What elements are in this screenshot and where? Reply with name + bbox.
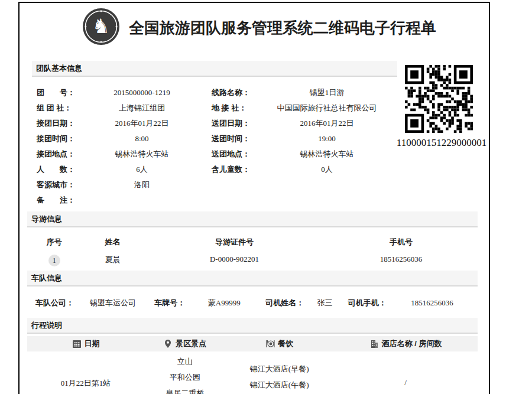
itinerary-section: 行程说明 日期 景区景点 餐饮	[27, 318, 478, 394]
field-label: 客源城市：	[37, 177, 79, 193]
meal-item: 锦江大酒店(午餐)	[225, 377, 333, 393]
svg-text:♞: ♞	[92, 14, 110, 38]
basic-info-row: 接团时间： 8:00 送团时间： 19:00	[32, 131, 397, 146]
field-label: 含儿童数：	[212, 162, 260, 177]
guide-name-cell: 夏晨	[81, 255, 144, 266]
field-label: 车队公司：	[35, 298, 74, 308]
fleet-info-section-title: 车队信息	[27, 271, 478, 286]
basic-info-row: 备 注：	[32, 193, 397, 208]
column-header: 姓名	[81, 237, 144, 248]
basic-info-row: 接团地点： 锡林浩特火车站 送团地点： 锡林浩特火车站	[32, 146, 397, 162]
basic-info-row: 客源城市： 洛阳	[32, 177, 397, 193]
page-title: 全国旅游团队服务管理系统二维码电子行程单	[129, 18, 436, 38]
field-value: 锡林浩特火车站	[79, 146, 205, 162]
guide-cert-cell: D-0000-902201	[144, 255, 325, 266]
field-value	[79, 193, 205, 208]
basic-info-row: 组 团 社： 上海锦江组团 地 接 社： 中国国际旅行社总社有限公司	[32, 100, 397, 116]
field-value: 洛阳	[79, 177, 205, 193]
field-label	[212, 177, 260, 193]
guide-info-section: 导游信息 序号 姓名 导游证件号 手机号 1 夏晨 D-0000-902201 …	[27, 211, 478, 266]
field-value: 蒙A99999	[185, 298, 263, 308]
basic-info-row: 接团日期： 2016年01月22日 送团日期： 2016年01月22日	[32, 116, 397, 131]
field-value: 8:00	[79, 131, 205, 146]
field-label: 组 团 社：	[37, 100, 79, 116]
field-value: 锡盟车运公司	[74, 298, 152, 308]
qr-code-icon	[405, 65, 473, 133]
spot-item: 皇居二重桥	[144, 385, 225, 394]
hotel-icon	[369, 339, 379, 349]
guide-table-header: 序号 姓名 导游证件号 手机号	[27, 237, 478, 248]
itinerary-table-header: 日期 景区景点 餐饮 酒店名称 / 房间数	[27, 336, 478, 351]
itinerary-hotel-cell: /	[333, 351, 478, 394]
field-label: 备 注：	[37, 193, 79, 208]
field-value: 19:00	[260, 131, 394, 146]
column-header-date: 日期	[27, 338, 144, 349]
column-header-spots: 景区景点	[144, 338, 225, 349]
column-header: 手机号	[325, 237, 478, 248]
field-value: 锡林浩特火车站	[260, 146, 394, 162]
field-value: 中国国际旅行社总社有限公司	[260, 100, 394, 116]
field-value	[260, 193, 394, 208]
guide-no-cell: 1	[27, 255, 81, 266]
basic-info-row: 团 号： 2015000000-1219 线路名称： 锡盟1日游	[32, 85, 397, 100]
guide-info-section-title: 导游信息	[27, 211, 478, 227]
itinerary-meals-cell: 锦江大酒店(早餐) 锦江大酒店(午餐)	[225, 351, 333, 394]
column-header-label: 日期	[85, 338, 100, 349]
basic-info-section: 团队基本信息 团 号： 2015000000-1219 线路名称： 锡盟1日游 …	[32, 61, 397, 208]
location-pin-icon	[163, 339, 173, 349]
fleet-info-section: 车队信息 车队公司： 锡盟车运公司 车牌号： 蒙A99999 司机姓名： 张三 …	[27, 271, 478, 308]
field-label: 接团日期：	[37, 116, 79, 131]
basic-info-row: 人 数： 6人 含儿童数： 0人	[32, 162, 397, 177]
sequence-badge: 1	[48, 255, 60, 266]
spot-item: 平和公园	[144, 369, 225, 385]
field-value: 2016年01月22日	[79, 116, 205, 131]
field-value	[260, 177, 394, 193]
field-label: 送团日期：	[212, 116, 260, 131]
fleet-info-row: 车队公司： 锡盟车运公司 车牌号： 蒙A99999 司机姓名： 张三 司机手机：…	[27, 298, 478, 308]
itinerary-section-title: 行程说明	[27, 318, 478, 334]
column-header-label: 景区景点	[176, 338, 206, 349]
itinerary-date-cell: 01月22日第1站	[27, 351, 144, 394]
field-value: 张三	[304, 298, 345, 308]
field-label: 车牌号：	[154, 298, 185, 308]
column-header: 序号	[27, 237, 81, 248]
field-label: 司机手机：	[348, 298, 387, 308]
field-label: 接团时间：	[37, 131, 79, 146]
column-header-meals: 餐饮	[225, 338, 333, 349]
column-header-label: 餐饮	[278, 338, 293, 349]
china-tourism-logo: ♞	[82, 8, 120, 45]
field-label: 线路名称：	[212, 85, 260, 100]
field-value: 6人	[79, 162, 205, 177]
basic-info-fields: 团 号： 2015000000-1219 线路名称： 锡盟1日游 组 团 社： …	[32, 85, 397, 208]
field-label	[212, 193, 260, 208]
dining-icon	[265, 339, 275, 349]
column-header: 导游证件号	[144, 237, 325, 248]
field-value: 18516256036	[387, 298, 478, 308]
field-value: 2016年01月22日	[260, 116, 394, 131]
field-label: 司机姓名：	[265, 298, 304, 308]
column-header-label: 酒店名称 / 房间数	[382, 338, 442, 349]
field-value: 上海锦江组团	[79, 100, 205, 116]
qr-code-number: 110000151229000001	[391, 137, 492, 149]
spot-item: 立山	[144, 353, 225, 369]
column-header-hotel: 酒店名称 / 房间数	[333, 338, 478, 349]
field-value: 2015000000-1219	[79, 85, 205, 100]
field-label: 团 号：	[37, 85, 79, 100]
meal-item: 锦江大酒店(早餐)	[225, 361, 333, 377]
calendar-icon	[72, 339, 82, 349]
itinerary-table-row: 01月22日第1站 立山 平和公园 皇居二重桥 锦江大酒店(早餐) 锦江大酒店(…	[27, 351, 478, 394]
field-label: 送团时间：	[212, 131, 260, 146]
field-label: 送团地点：	[212, 146, 260, 162]
itinerary-spots-cell: 立山 平和公园 皇居二重桥	[144, 351, 225, 394]
basic-info-section-title: 团队基本信息	[32, 61, 397, 77]
guide-phone-cell: 18516256036	[325, 255, 478, 266]
field-value: 0人	[260, 162, 394, 177]
guide-table-row: 1 夏晨 D-0000-902201 18516256036	[27, 255, 478, 266]
field-label: 接团地点：	[37, 146, 79, 162]
field-value: 锡盟1日游	[260, 85, 394, 100]
itinerary-document: ♞ 全国旅游团队服务管理系统二维码电子行程单 团队基本信息 团 号： 20150…	[0, 0, 532, 394]
field-label: 人 数：	[37, 162, 79, 177]
qr-code-block	[405, 65, 473, 135]
field-label: 地 接 社：	[212, 100, 260, 116]
